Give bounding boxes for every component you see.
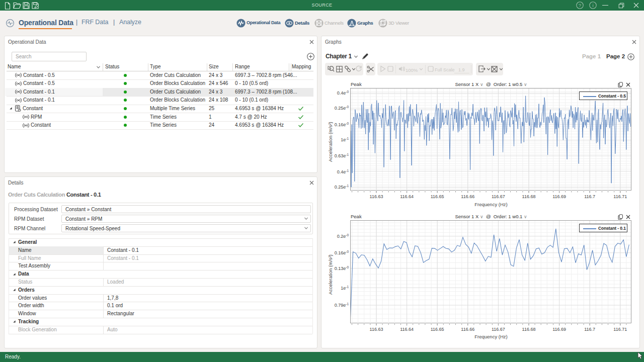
svg-text:?: ? xyxy=(579,3,581,8)
svg-text:i: i xyxy=(592,3,593,8)
